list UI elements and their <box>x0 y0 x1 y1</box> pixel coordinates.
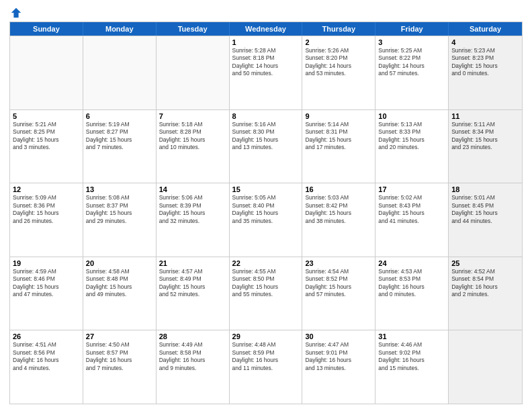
cell-info: Sunrise: 4:47 AMSunset: 9:01 PMDaylight:… <box>305 341 372 372</box>
cell-info: Sunrise: 5:02 AMSunset: 8:43 PMDaylight:… <box>378 194 445 225</box>
page: SundayMondayTuesdayWednesdayThursdayFrid… <box>0 0 532 411</box>
calendar-cell: 28Sunrise: 4:49 AMSunset: 8:58 PMDayligh… <box>157 330 230 404</box>
calendar-cell: 9Sunrise: 5:14 AMSunset: 8:31 PMDaylight… <box>302 110 375 183</box>
cell-info: Sunrise: 5:19 AMSunset: 8:27 PMDaylight:… <box>86 121 153 152</box>
day-number: 30 <box>305 332 372 340</box>
cell-info: Sunrise: 5:09 AMSunset: 8:36 PMDaylight:… <box>13 194 80 225</box>
cell-info: Sunrise: 5:18 AMSunset: 8:28 PMDaylight:… <box>159 121 226 152</box>
calendar-cell: 18Sunrise: 5:01 AMSunset: 8:45 PMDayligh… <box>449 183 522 257</box>
calendar-cell: 4Sunrise: 5:23 AMSunset: 8:23 PMDaylight… <box>449 36 522 109</box>
cell-info: Sunrise: 4:59 AMSunset: 8:46 PMDaylight:… <box>13 268 80 299</box>
cell-info: Sunrise: 4:48 AMSunset: 8:59 PMDaylight:… <box>232 341 300 372</box>
calendar-cell: 6Sunrise: 5:19 AMSunset: 8:27 PMDaylight… <box>83 110 157 183</box>
calendar-cell: 7Sunrise: 5:18 AMSunset: 8:28 PMDaylight… <box>157 110 230 183</box>
cell-info: Sunrise: 5:03 AMSunset: 8:42 PMDaylight:… <box>305 194 372 225</box>
cell-info: Sunrise: 4:55 AMSunset: 8:50 PMDaylight:… <box>232 268 300 299</box>
calendar-cell <box>83 36 157 109</box>
calendar-cell: 8Sunrise: 5:16 AMSunset: 8:30 PMDaylight… <box>230 110 303 183</box>
day-number: 24 <box>378 259 445 267</box>
day-number: 17 <box>378 185 445 193</box>
calendar-cell <box>449 330 522 404</box>
calendar-header-day: Sunday <box>10 22 83 36</box>
day-number: 20 <box>86 259 153 267</box>
calendar-cell: 26Sunrise: 4:51 AMSunset: 8:56 PMDayligh… <box>10 330 83 404</box>
calendar-header-day: Saturday <box>449 22 522 36</box>
cell-info: Sunrise: 4:54 AMSunset: 8:52 PMDaylight:… <box>305 268 372 299</box>
day-number: 27 <box>86 332 153 340</box>
day-number: 16 <box>305 185 372 193</box>
cell-info: Sunrise: 4:51 AMSunset: 8:56 PMDaylight:… <box>13 341 80 372</box>
logo-icon <box>10 7 22 19</box>
cell-info: Sunrise: 4:58 AMSunset: 8:48 PMDaylight:… <box>86 268 153 299</box>
calendar-week: 19Sunrise: 4:59 AMSunset: 8:46 PMDayligh… <box>10 257 522 330</box>
cell-info: Sunrise: 4:52 AMSunset: 8:54 PMDaylight:… <box>451 268 519 299</box>
calendar-cell: 25Sunrise: 4:52 AMSunset: 8:54 PMDayligh… <box>449 257 522 330</box>
day-number: 4 <box>451 38 519 46</box>
cell-info: Sunrise: 5:25 AMSunset: 8:22 PMDaylight:… <box>378 47 445 78</box>
day-number: 19 <box>13 259 80 267</box>
day-number: 31 <box>378 332 445 340</box>
day-number: 11 <box>451 112 519 120</box>
day-number: 6 <box>86 112 153 120</box>
calendar-cell: 22Sunrise: 4:55 AMSunset: 8:50 PMDayligh… <box>230 257 303 330</box>
cell-info: Sunrise: 4:49 AMSunset: 8:58 PMDaylight:… <box>159 341 226 372</box>
calendar-cell: 30Sunrise: 4:47 AMSunset: 9:01 PMDayligh… <box>302 330 375 404</box>
calendar-cell: 16Sunrise: 5:03 AMSunset: 8:42 PMDayligh… <box>302 183 375 257</box>
day-number: 15 <box>232 185 300 193</box>
calendar-cell: 1Sunrise: 5:28 AMSunset: 8:18 PMDaylight… <box>230 36 303 109</box>
day-number: 8 <box>232 112 300 120</box>
cell-info: Sunrise: 5:16 AMSunset: 8:30 PMDaylight:… <box>232 121 300 152</box>
calendar-cell: 17Sunrise: 5:02 AMSunset: 8:43 PMDayligh… <box>375 183 449 257</box>
calendar-cell: 12Sunrise: 5:09 AMSunset: 8:36 PMDayligh… <box>10 183 83 257</box>
calendar-week: 26Sunrise: 4:51 AMSunset: 8:56 PMDayligh… <box>10 330 522 404</box>
calendar-cell: 15Sunrise: 5:05 AMSunset: 8:40 PMDayligh… <box>230 183 303 257</box>
calendar-cell: 24Sunrise: 4:53 AMSunset: 8:53 PMDayligh… <box>375 257 449 330</box>
cell-info: Sunrise: 5:13 AMSunset: 8:33 PMDaylight:… <box>378 121 445 152</box>
calendar-cell: 13Sunrise: 5:08 AMSunset: 8:37 PMDayligh… <box>83 183 157 257</box>
calendar: SundayMondayTuesdayWednesdayThursdayFrid… <box>9 21 523 404</box>
day-number: 1 <box>232 38 300 46</box>
calendar-header: SundayMondayTuesdayWednesdayThursdayFrid… <box>10 22 522 36</box>
calendar-header-day: Tuesday <box>157 22 230 36</box>
calendar-cell: 14Sunrise: 5:06 AMSunset: 8:39 PMDayligh… <box>157 183 230 257</box>
day-number: 14 <box>159 185 226 193</box>
calendar-cell: 23Sunrise: 4:54 AMSunset: 8:52 PMDayligh… <box>302 257 375 330</box>
cell-info: Sunrise: 4:57 AMSunset: 8:49 PMDaylight:… <box>159 268 226 299</box>
day-number: 28 <box>159 332 226 340</box>
cell-info: Sunrise: 5:23 AMSunset: 8:23 PMDaylight:… <box>451 47 519 78</box>
cell-info: Sunrise: 5:11 AMSunset: 8:34 PMDaylight:… <box>451 121 519 152</box>
cell-info: Sunrise: 4:50 AMSunset: 8:57 PMDaylight:… <box>86 341 153 372</box>
calendar-cell <box>157 36 230 109</box>
day-number: 26 <box>13 332 80 340</box>
calendar-cell: 19Sunrise: 4:59 AMSunset: 8:46 PMDayligh… <box>10 257 83 330</box>
day-number: 13 <box>86 185 153 193</box>
day-number: 9 <box>305 112 372 120</box>
cell-info: Sunrise: 5:01 AMSunset: 8:45 PMDaylight:… <box>451 194 519 225</box>
calendar-week: 12Sunrise: 5:09 AMSunset: 8:36 PMDayligh… <box>10 183 522 257</box>
day-number: 21 <box>159 259 226 267</box>
calendar-cell: 31Sunrise: 4:46 AMSunset: 9:02 PMDayligh… <box>375 330 449 404</box>
day-number: 29 <box>232 332 300 340</box>
cell-info: Sunrise: 5:06 AMSunset: 8:39 PMDaylight:… <box>159 194 226 225</box>
day-number: 23 <box>305 259 372 267</box>
cell-info: Sunrise: 4:46 AMSunset: 9:02 PMDaylight:… <box>378 341 445 372</box>
cell-info: Sunrise: 4:53 AMSunset: 8:53 PMDaylight:… <box>378 268 445 299</box>
svg-marker-0 <box>11 8 21 17</box>
calendar-cell: 27Sunrise: 4:50 AMSunset: 8:57 PMDayligh… <box>83 330 157 404</box>
day-number: 5 <box>13 112 80 120</box>
day-number: 22 <box>232 259 300 267</box>
calendar-cell <box>10 36 83 109</box>
cell-info: Sunrise: 5:08 AMSunset: 8:37 PMDaylight:… <box>86 194 153 225</box>
cell-info: Sunrise: 5:21 AMSunset: 8:25 PMDaylight:… <box>13 121 80 152</box>
calendar-cell: 10Sunrise: 5:13 AMSunset: 8:33 PMDayligh… <box>375 110 449 183</box>
day-number: 7 <box>159 112 226 120</box>
calendar-cell: 5Sunrise: 5:21 AMSunset: 8:25 PMDaylight… <box>10 110 83 183</box>
cell-info: Sunrise: 5:05 AMSunset: 8:40 PMDaylight:… <box>232 194 300 225</box>
header <box>9 7 523 17</box>
calendar-body: 1Sunrise: 5:28 AMSunset: 8:18 PMDaylight… <box>10 36 522 404</box>
day-number: 3 <box>378 38 445 46</box>
calendar-cell: 11Sunrise: 5:11 AMSunset: 8:34 PMDayligh… <box>449 110 522 183</box>
calendar-week: 5Sunrise: 5:21 AMSunset: 8:25 PMDaylight… <box>10 109 522 183</box>
day-number: 12 <box>13 185 80 193</box>
calendar-week: 1Sunrise: 5:28 AMSunset: 8:18 PMDaylight… <box>10 36 522 109</box>
